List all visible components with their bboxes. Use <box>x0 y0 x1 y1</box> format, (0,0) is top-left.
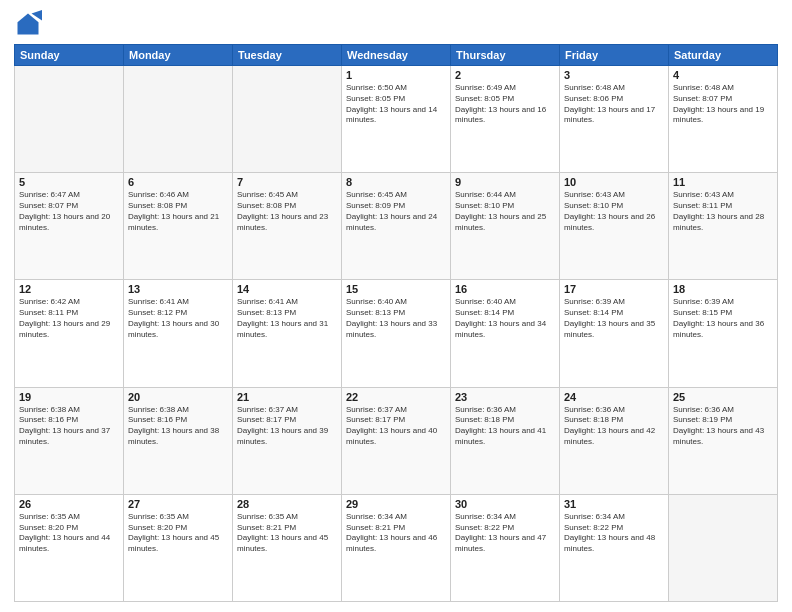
day-number: 20 <box>128 391 228 403</box>
day-number: 28 <box>237 498 337 510</box>
weekday-header-friday: Friday <box>560 45 669 66</box>
day-info: Sunrise: 6:35 AM Sunset: 8:20 PM Dayligh… <box>19 512 119 555</box>
day-info: Sunrise: 6:38 AM Sunset: 8:16 PM Dayligh… <box>128 405 228 448</box>
calendar-day-cell: 8Sunrise: 6:45 AM Sunset: 8:09 PM Daylig… <box>342 173 451 280</box>
calendar-day-cell: 30Sunrise: 6:34 AM Sunset: 8:22 PM Dayli… <box>451 494 560 601</box>
day-number: 21 <box>237 391 337 403</box>
calendar-week-row: 19Sunrise: 6:38 AM Sunset: 8:16 PM Dayli… <box>15 387 778 494</box>
day-number: 22 <box>346 391 446 403</box>
calendar-day-cell: 26Sunrise: 6:35 AM Sunset: 8:20 PM Dayli… <box>15 494 124 601</box>
day-number: 8 <box>346 176 446 188</box>
day-info: Sunrise: 6:36 AM Sunset: 8:18 PM Dayligh… <box>455 405 555 448</box>
day-number: 27 <box>128 498 228 510</box>
day-number: 26 <box>19 498 119 510</box>
calendar-day-cell: 25Sunrise: 6:36 AM Sunset: 8:19 PM Dayli… <box>669 387 778 494</box>
calendar-day-cell: 4Sunrise: 6:48 AM Sunset: 8:07 PM Daylig… <box>669 66 778 173</box>
day-number: 18 <box>673 283 773 295</box>
calendar-day-cell: 15Sunrise: 6:40 AM Sunset: 8:13 PM Dayli… <box>342 280 451 387</box>
calendar-day-cell <box>124 66 233 173</box>
calendar-day-cell: 24Sunrise: 6:36 AM Sunset: 8:18 PM Dayli… <box>560 387 669 494</box>
calendar-week-row: 26Sunrise: 6:35 AM Sunset: 8:20 PM Dayli… <box>15 494 778 601</box>
calendar-week-row: 1Sunrise: 6:50 AM Sunset: 8:05 PM Daylig… <box>15 66 778 173</box>
weekday-header-saturday: Saturday <box>669 45 778 66</box>
calendar-day-cell: 12Sunrise: 6:42 AM Sunset: 8:11 PM Dayli… <box>15 280 124 387</box>
calendar-week-row: 12Sunrise: 6:42 AM Sunset: 8:11 PM Dayli… <box>15 280 778 387</box>
day-info: Sunrise: 6:37 AM Sunset: 8:17 PM Dayligh… <box>237 405 337 448</box>
calendar-day-cell: 10Sunrise: 6:43 AM Sunset: 8:10 PM Dayli… <box>560 173 669 280</box>
calendar-day-cell: 21Sunrise: 6:37 AM Sunset: 8:17 PM Dayli… <box>233 387 342 494</box>
calendar-day-cell: 1Sunrise: 6:50 AM Sunset: 8:05 PM Daylig… <box>342 66 451 173</box>
day-info: Sunrise: 6:45 AM Sunset: 8:09 PM Dayligh… <box>346 190 446 233</box>
day-info: Sunrise: 6:35 AM Sunset: 8:21 PM Dayligh… <box>237 512 337 555</box>
calendar-day-cell: 28Sunrise: 6:35 AM Sunset: 8:21 PM Dayli… <box>233 494 342 601</box>
day-info: Sunrise: 6:50 AM Sunset: 8:05 PM Dayligh… <box>346 83 446 126</box>
day-info: Sunrise: 6:42 AM Sunset: 8:11 PM Dayligh… <box>19 297 119 340</box>
day-number: 31 <box>564 498 664 510</box>
day-info: Sunrise: 6:41 AM Sunset: 8:12 PM Dayligh… <box>128 297 228 340</box>
day-info: Sunrise: 6:44 AM Sunset: 8:10 PM Dayligh… <box>455 190 555 233</box>
day-info: Sunrise: 6:40 AM Sunset: 8:13 PM Dayligh… <box>346 297 446 340</box>
calendar-day-cell: 6Sunrise: 6:46 AM Sunset: 8:08 PM Daylig… <box>124 173 233 280</box>
calendar-day-cell: 29Sunrise: 6:34 AM Sunset: 8:21 PM Dayli… <box>342 494 451 601</box>
day-number: 5 <box>19 176 119 188</box>
day-number: 16 <box>455 283 555 295</box>
weekday-header-sunday: Sunday <box>15 45 124 66</box>
day-number: 25 <box>673 391 773 403</box>
day-number: 3 <box>564 69 664 81</box>
calendar-day-cell: 17Sunrise: 6:39 AM Sunset: 8:14 PM Dayli… <box>560 280 669 387</box>
day-info: Sunrise: 6:48 AM Sunset: 8:07 PM Dayligh… <box>673 83 773 126</box>
calendar-day-cell: 9Sunrise: 6:44 AM Sunset: 8:10 PM Daylig… <box>451 173 560 280</box>
day-info: Sunrise: 6:40 AM Sunset: 8:14 PM Dayligh… <box>455 297 555 340</box>
calendar-day-cell: 13Sunrise: 6:41 AM Sunset: 8:12 PM Dayli… <box>124 280 233 387</box>
day-info: Sunrise: 6:43 AM Sunset: 8:11 PM Dayligh… <box>673 190 773 233</box>
day-info: Sunrise: 6:37 AM Sunset: 8:17 PM Dayligh… <box>346 405 446 448</box>
day-info: Sunrise: 6:36 AM Sunset: 8:19 PM Dayligh… <box>673 405 773 448</box>
day-number: 7 <box>237 176 337 188</box>
day-info: Sunrise: 6:46 AM Sunset: 8:08 PM Dayligh… <box>128 190 228 233</box>
logo-icon <box>14 10 42 38</box>
day-info: Sunrise: 6:34 AM Sunset: 8:21 PM Dayligh… <box>346 512 446 555</box>
day-info: Sunrise: 6:43 AM Sunset: 8:10 PM Dayligh… <box>564 190 664 233</box>
day-number: 11 <box>673 176 773 188</box>
page: SundayMondayTuesdayWednesdayThursdayFrid… <box>0 0 792 612</box>
day-info: Sunrise: 6:47 AM Sunset: 8:07 PM Dayligh… <box>19 190 119 233</box>
weekday-header-row: SundayMondayTuesdayWednesdayThursdayFrid… <box>15 45 778 66</box>
weekday-header-wednesday: Wednesday <box>342 45 451 66</box>
calendar-day-cell: 2Sunrise: 6:49 AM Sunset: 8:05 PM Daylig… <box>451 66 560 173</box>
calendar-day-cell: 27Sunrise: 6:35 AM Sunset: 8:20 PM Dayli… <box>124 494 233 601</box>
day-info: Sunrise: 6:41 AM Sunset: 8:13 PM Dayligh… <box>237 297 337 340</box>
day-number: 14 <box>237 283 337 295</box>
weekday-header-thursday: Thursday <box>451 45 560 66</box>
day-number: 29 <box>346 498 446 510</box>
day-info: Sunrise: 6:34 AM Sunset: 8:22 PM Dayligh… <box>564 512 664 555</box>
day-number: 12 <box>19 283 119 295</box>
calendar-day-cell: 23Sunrise: 6:36 AM Sunset: 8:18 PM Dayli… <box>451 387 560 494</box>
calendar-day-cell: 31Sunrise: 6:34 AM Sunset: 8:22 PM Dayli… <box>560 494 669 601</box>
calendar-day-cell <box>15 66 124 173</box>
calendar-day-cell: 22Sunrise: 6:37 AM Sunset: 8:17 PM Dayli… <box>342 387 451 494</box>
calendar-day-cell: 3Sunrise: 6:48 AM Sunset: 8:06 PM Daylig… <box>560 66 669 173</box>
logo <box>14 10 46 38</box>
day-info: Sunrise: 6:39 AM Sunset: 8:14 PM Dayligh… <box>564 297 664 340</box>
calendar-day-cell: 7Sunrise: 6:45 AM Sunset: 8:08 PM Daylig… <box>233 173 342 280</box>
day-number: 13 <box>128 283 228 295</box>
day-info: Sunrise: 6:45 AM Sunset: 8:08 PM Dayligh… <box>237 190 337 233</box>
day-info: Sunrise: 6:36 AM Sunset: 8:18 PM Dayligh… <box>564 405 664 448</box>
calendar-week-row: 5Sunrise: 6:47 AM Sunset: 8:07 PM Daylig… <box>15 173 778 280</box>
calendar-day-cell <box>669 494 778 601</box>
day-info: Sunrise: 6:39 AM Sunset: 8:15 PM Dayligh… <box>673 297 773 340</box>
day-info: Sunrise: 6:48 AM Sunset: 8:06 PM Dayligh… <box>564 83 664 126</box>
day-number: 24 <box>564 391 664 403</box>
header <box>14 10 778 38</box>
day-number: 15 <box>346 283 446 295</box>
calendar-day-cell: 18Sunrise: 6:39 AM Sunset: 8:15 PM Dayli… <box>669 280 778 387</box>
day-number: 9 <box>455 176 555 188</box>
weekday-header-tuesday: Tuesday <box>233 45 342 66</box>
day-number: 4 <box>673 69 773 81</box>
weekday-header-monday: Monday <box>124 45 233 66</box>
day-info: Sunrise: 6:38 AM Sunset: 8:16 PM Dayligh… <box>19 405 119 448</box>
day-info: Sunrise: 6:35 AM Sunset: 8:20 PM Dayligh… <box>128 512 228 555</box>
day-number: 19 <box>19 391 119 403</box>
day-number: 2 <box>455 69 555 81</box>
calendar-day-cell: 20Sunrise: 6:38 AM Sunset: 8:16 PM Dayli… <box>124 387 233 494</box>
